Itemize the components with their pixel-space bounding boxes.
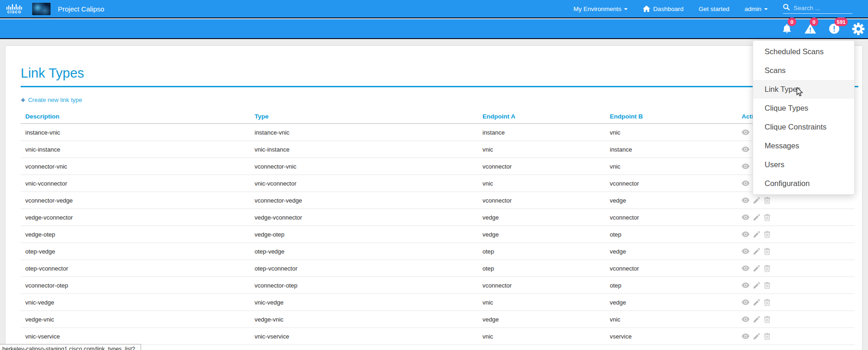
delete-button[interactable] — [764, 299, 770, 306]
menu-item-messages[interactable]: Messages — [753, 136, 854, 155]
delete-button[interactable] — [764, 214, 770, 221]
trash-icon — [764, 231, 770, 238]
edit-button[interactable] — [754, 316, 760, 322]
view-button[interactable] — [742, 198, 749, 203]
view-button[interactable] — [742, 164, 749, 169]
cell-type: vconnector-vnic — [250, 163, 478, 170]
menu-item-scheduled-scans[interactable]: Scheduled Scans — [753, 42, 854, 61]
delete-button[interactable] — [764, 282, 770, 289]
view-button[interactable] — [742, 299, 749, 305]
view-button[interactable] — [742, 231, 749, 237]
edit-button[interactable] — [754, 197, 760, 203]
table-row: vedge-vnic vedge-vnic vedge vnic — [21, 311, 855, 328]
cell-type: otep-vconnector — [250, 265, 478, 272]
chevron-down-icon — [624, 8, 628, 10]
delete-button[interactable] — [764, 231, 770, 238]
column-header-description[interactable]: Description — [21, 113, 250, 120]
cell-endpoint-b: vservice — [605, 333, 737, 340]
page-title: Link Types — [21, 46, 858, 87]
delete-button[interactable] — [764, 333, 770, 340]
column-header-endpoint-a[interactable]: Endpoint A — [478, 113, 605, 120]
nav-dashboard[interactable]: Dashboard — [643, 6, 683, 12]
trash-icon — [764, 197, 770, 204]
edit-button[interactable] — [754, 214, 760, 220]
edit-button[interactable] — [754, 282, 760, 288]
error-count-badge: 591 — [834, 17, 848, 26]
view-button[interactable] — [742, 248, 749, 254]
settings-menu-button[interactable] — [852, 23, 865, 35]
create-new-link-type-button[interactable]: + Create new link type — [21, 96, 103, 103]
table-row: vedge-vconnector vedge-vconnector vedge … — [21, 209, 855, 226]
nav-user-admin[interactable]: admin — [744, 6, 768, 12]
delete-button[interactable] — [764, 265, 770, 272]
edit-button[interactable] — [754, 231, 760, 237]
eye-icon — [742, 215, 749, 220]
pencil-icon — [754, 333, 760, 339]
table-row: vconnector-vnic vconnector-vnic vconnect… — [21, 158, 855, 175]
column-header-type[interactable]: Type — [250, 113, 478, 120]
trash-icon — [764, 333, 770, 340]
delete-button[interactable] — [764, 316, 770, 323]
cell-action — [737, 265, 855, 272]
menu-item-clique-constraints[interactable]: Clique Constraints — [753, 118, 854, 136]
cell-endpoint-a: instance — [478, 129, 605, 136]
cell-type: vconnector-vedge — [250, 197, 478, 204]
cell-endpoint-a: vnic — [478, 180, 605, 187]
nav-my-environments[interactable]: My Environments — [573, 6, 628, 12]
nav-get-started[interactable]: Get started — [698, 6, 729, 12]
eye-icon — [742, 231, 749, 237]
edit-button[interactable] — [754, 265, 760, 271]
pencil-icon — [754, 299, 760, 305]
edit-button[interactable] — [754, 299, 760, 305]
cell-type: vedge-otep — [250, 231, 478, 238]
menu-item-scans[interactable]: Scans — [753, 61, 854, 80]
cell-endpoint-a: vconnector — [478, 197, 605, 204]
view-button[interactable] — [742, 215, 749, 220]
eye-icon — [742, 164, 749, 169]
view-button[interactable] — [742, 333, 749, 339]
cisco-logo-bars — [6, 4, 22, 10]
delete-button[interactable] — [764, 197, 770, 204]
cell-type: vnic-vservice — [250, 333, 478, 340]
search-box[interactable] — [783, 4, 852, 14]
edit-button[interactable] — [754, 248, 760, 254]
eye-icon — [742, 198, 749, 203]
edit-button[interactable] — [754, 333, 760, 339]
link-url-statusbar: berkeley-calipso-staging1.cisco.com/link… — [0, 344, 141, 350]
cell-endpoint-b: vconnector — [605, 180, 737, 187]
pencil-icon — [754, 197, 760, 203]
navbar-menu: My Environments Dashboard Get started ad… — [573, 4, 868, 14]
pencil-icon — [754, 214, 760, 220]
menu-item-clique-types[interactable]: Clique Types — [753, 99, 854, 118]
cell-action — [737, 248, 855, 255]
view-button[interactable] — [742, 316, 749, 322]
delete-button[interactable] — [764, 248, 770, 255]
cell-endpoint-a: vnic — [478, 146, 605, 153]
warning-count-badge: 0 — [810, 17, 818, 26]
notifications-warnings[interactable]: 0 — [804, 23, 817, 34]
table-row: vconnector-vedge vconnector-vedge vconne… — [21, 192, 855, 209]
cell-type: instance-vnic — [250, 129, 478, 136]
notifications-errors[interactable]: 591 — [829, 23, 840, 34]
menu-item-link-types[interactable]: Link Types — [753, 80, 854, 99]
cell-endpoint-b: otep — [605, 282, 737, 289]
search-input[interactable] — [793, 4, 852, 12]
cell-type: vedge-vconnector — [250, 214, 478, 221]
view-button[interactable] — [742, 181, 749, 186]
cell-description: instance-vnic — [21, 129, 250, 136]
cell-type: vnic-instance — [250, 146, 478, 153]
view-button[interactable] — [742, 130, 749, 135]
view-button[interactable] — [742, 282, 749, 288]
cell-type: vnic-vedge — [250, 299, 478, 306]
notifications-bell[interactable]: 0 — [782, 23, 792, 34]
menu-item-users[interactable]: Users — [753, 155, 854, 174]
view-button[interactable] — [742, 147, 749, 152]
pencil-icon — [754, 265, 760, 271]
column-header-endpoint-b[interactable]: Endpoint B — [605, 113, 737, 120]
table-row: vnic-instance vnic-instance vnic instanc… — [21, 141, 855, 158]
view-button[interactable] — [742, 265, 749, 271]
cell-description: vnic-vservice — [21, 333, 250, 340]
pencil-icon — [754, 282, 760, 288]
nav-get-started-label: Get started — [698, 6, 729, 12]
menu-item-configuration[interactable]: Configuration — [753, 174, 854, 193]
